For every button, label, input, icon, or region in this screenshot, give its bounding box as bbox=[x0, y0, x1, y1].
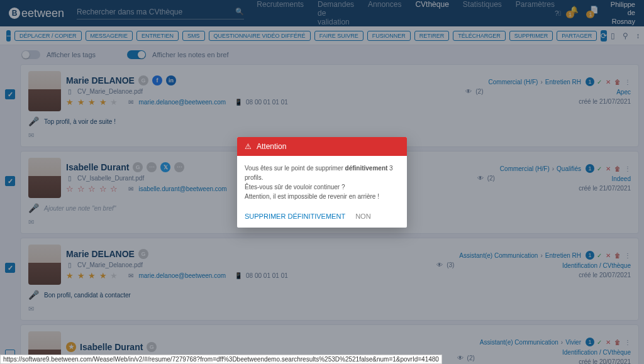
modal-title: Attention bbox=[257, 142, 286, 151]
modal-text: Vous êtes sur le point de supprimer bbox=[245, 165, 345, 172]
warning-icon: ⚠ bbox=[245, 142, 252, 151]
confirm-delete-button[interactable]: SUPPRIMER DÉFINITIVEMENT bbox=[245, 212, 345, 220]
modal-footer: SUPPRIMER DÉFINITIVEMENT NON bbox=[237, 209, 407, 228]
modal-body: Vous êtes sur le point de supprimer défi… bbox=[237, 156, 407, 209]
cancel-button[interactable]: NON bbox=[355, 212, 370, 220]
modal-overlay: ⚠ Attention Vous êtes sur le point de su… bbox=[0, 0, 644, 364]
modal-text: Êtes-vous sûr de vouloir continuer ? bbox=[245, 184, 345, 190]
modal-text-bold: définitivement bbox=[345, 165, 388, 172]
confirm-modal: ⚠ Attention Vous êtes sur le point de su… bbox=[237, 137, 407, 228]
status-bar: https://software9.beetween.com/WeaselWeb… bbox=[0, 355, 442, 364]
modal-header: ⚠ Attention bbox=[237, 137, 407, 156]
modal-text: Attention, il est impossible de revenir … bbox=[245, 193, 379, 200]
